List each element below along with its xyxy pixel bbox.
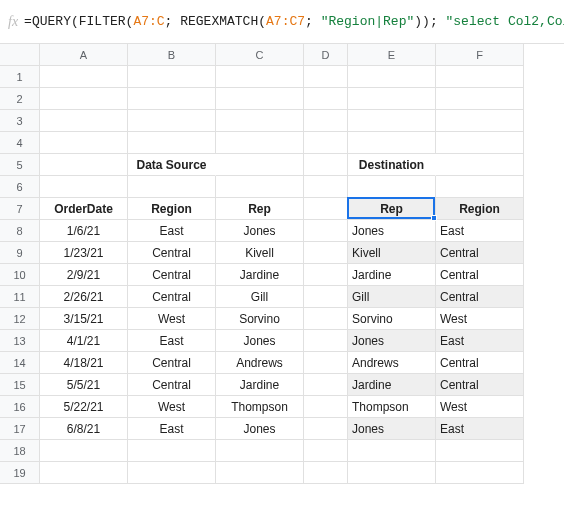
cell-region[interactable]: West xyxy=(128,308,216,330)
cell-rep[interactable]: Jones xyxy=(216,220,304,242)
cell[interactable] xyxy=(40,154,128,176)
cell[interactable] xyxy=(436,462,524,484)
cell[interactable] xyxy=(436,132,524,154)
cell[interactable] xyxy=(128,440,216,462)
cell[interactable] xyxy=(348,132,436,154)
cell-orderdate[interactable]: 4/1/21 xyxy=(40,330,128,352)
dest-rep[interactable]: Kivell xyxy=(348,242,436,264)
cell[interactable] xyxy=(216,66,304,88)
cell-region[interactable]: Central xyxy=(128,264,216,286)
dest-region[interactable]: East xyxy=(436,330,524,352)
cell[interactable] xyxy=(304,132,348,154)
formula-input[interactable]: =QUERY(FILTER(A7:C; REGEXMATCH(A7:C7; "R… xyxy=(18,14,564,29)
cell[interactable] xyxy=(304,396,348,418)
dest-region[interactable]: Central xyxy=(436,286,524,308)
cell-region[interactable]: West xyxy=(128,396,216,418)
cell[interactable] xyxy=(304,286,348,308)
cell[interactable] xyxy=(40,88,128,110)
row-header[interactable]: 2 xyxy=(0,88,40,110)
cell[interactable] xyxy=(304,308,348,330)
dest-region[interactable]: West xyxy=(436,396,524,418)
cell-orderdate[interactable]: 6/8/21 xyxy=(40,418,128,440)
dest-rep[interactable]: Sorvino xyxy=(348,308,436,330)
cell[interactable] xyxy=(436,154,524,176)
row-header[interactable]: 7 xyxy=(0,198,40,220)
cell-rep[interactable]: Jones xyxy=(216,418,304,440)
dest-rep[interactable]: Jardine xyxy=(348,264,436,286)
row-header[interactable]: 16 xyxy=(0,396,40,418)
cell-orderdate[interactable]: 1/23/21 xyxy=(40,242,128,264)
dest-region[interactable]: Central xyxy=(436,242,524,264)
cell-orderdate[interactable]: 2/9/21 xyxy=(40,264,128,286)
cell[interactable] xyxy=(304,110,348,132)
cell[interactable] xyxy=(40,110,128,132)
row-header[interactable]: 11 xyxy=(0,286,40,308)
cell[interactable] xyxy=(348,110,436,132)
cell[interactable] xyxy=(216,132,304,154)
row-header[interactable]: 10 xyxy=(0,264,40,286)
dest-rep[interactable]: Jones xyxy=(348,418,436,440)
header-region[interactable]: Region xyxy=(128,198,216,220)
cell[interactable] xyxy=(40,462,128,484)
header-rep[interactable]: Rep xyxy=(216,198,304,220)
cell[interactable] xyxy=(304,242,348,264)
col-header-d[interactable]: D xyxy=(304,44,348,66)
dest-header-region[interactable]: Region xyxy=(436,198,524,220)
cell-rep[interactable]: Andrews xyxy=(216,352,304,374)
cell-orderdate[interactable]: 5/22/21 xyxy=(40,396,128,418)
row-header[interactable]: 13 xyxy=(0,330,40,352)
cell[interactable] xyxy=(216,154,304,176)
cell[interactable] xyxy=(128,88,216,110)
cell-rep[interactable]: Jardine xyxy=(216,374,304,396)
cell[interactable] xyxy=(304,264,348,286)
cell-rep[interactable]: Thompson xyxy=(216,396,304,418)
cell[interactable] xyxy=(304,374,348,396)
dest-rep[interactable]: Thompson xyxy=(348,396,436,418)
row-header[interactable]: 8 xyxy=(0,220,40,242)
col-header-f[interactable]: F xyxy=(436,44,524,66)
cell[interactable] xyxy=(348,88,436,110)
title-destination[interactable]: Destination xyxy=(348,154,436,176)
row-header[interactable]: 17 xyxy=(0,418,40,440)
dest-region[interactable]: East xyxy=(436,418,524,440)
cell-orderdate[interactable]: 5/5/21 xyxy=(40,374,128,396)
dest-region[interactable]: East xyxy=(436,220,524,242)
cell[interactable] xyxy=(304,154,348,176)
select-all-corner[interactable] xyxy=(0,44,40,66)
cell[interactable] xyxy=(216,176,304,198)
cell-region[interactable]: East xyxy=(128,418,216,440)
dest-rep[interactable]: Jones xyxy=(348,220,436,242)
cell[interactable] xyxy=(436,440,524,462)
col-header-e[interactable]: E xyxy=(348,44,436,66)
cell-orderdate[interactable]: 2/26/21 xyxy=(40,286,128,308)
cell[interactable] xyxy=(304,418,348,440)
row-header[interactable]: 19 xyxy=(0,462,40,484)
row-header[interactable]: 3 xyxy=(0,110,40,132)
row-header[interactable]: 15 xyxy=(0,374,40,396)
header-orderdate[interactable]: OrderDate xyxy=(40,198,128,220)
cell[interactable] xyxy=(40,132,128,154)
cell[interactable] xyxy=(128,110,216,132)
cell[interactable] xyxy=(436,176,524,198)
cell-orderdate[interactable]: 4/18/21 xyxy=(40,352,128,374)
cell[interactable] xyxy=(216,462,304,484)
cell[interactable] xyxy=(348,462,436,484)
dest-rep[interactable]: Andrews xyxy=(348,352,436,374)
dest-header-rep[interactable]: Rep xyxy=(348,198,436,220)
cell-orderdate[interactable]: 1/6/21 xyxy=(40,220,128,242)
cell-region[interactable]: Central xyxy=(128,374,216,396)
cell-region[interactable]: Central xyxy=(128,242,216,264)
cell-region[interactable]: Central xyxy=(128,352,216,374)
dest-rep[interactable]: Gill xyxy=(348,286,436,308)
cell[interactable] xyxy=(304,176,348,198)
cell[interactable] xyxy=(216,88,304,110)
row-header[interactable]: 12 xyxy=(0,308,40,330)
cell-rep[interactable]: Jardine xyxy=(216,264,304,286)
cell[interactable] xyxy=(128,132,216,154)
cell[interactable] xyxy=(304,88,348,110)
cell[interactable] xyxy=(348,176,436,198)
cell[interactable] xyxy=(40,440,128,462)
cell[interactable] xyxy=(304,198,348,220)
row-header[interactable]: 1 xyxy=(0,66,40,88)
cell[interactable] xyxy=(348,66,436,88)
